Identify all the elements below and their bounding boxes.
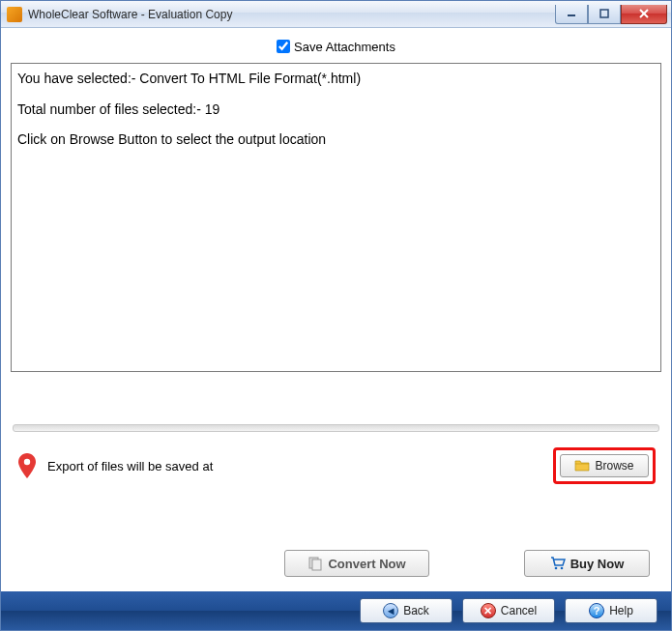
maximize-button[interactable] <box>588 5 621 24</box>
cart-icon <box>550 556 566 571</box>
app-window: WholeClear Software - Evaluation Copy Sa… <box>0 0 672 631</box>
svg-point-7 <box>554 567 557 570</box>
save-attachments-checkbox[interactable] <box>277 40 290 53</box>
minimize-icon <box>567 9 576 18</box>
divider-bar <box>13 424 659 432</box>
cancel-x-icon: ✕ <box>481 603 496 618</box>
convert-now-label: Convert Now <box>328 557 405 571</box>
info-line-instruction: Click on Browse Button to select the out… <box>17 130 655 150</box>
window-title: WholeClear Software - Evaluation Copy <box>28 8 555 21</box>
app-icon <box>7 7 22 22</box>
svg-rect-6 <box>312 559 321 570</box>
save-attachments-row: Save Attachments <box>11 36 661 57</box>
back-button[interactable]: ◄ Back <box>360 598 453 623</box>
folder-icon <box>574 458 590 473</box>
window-controls <box>555 5 667 24</box>
svg-rect-1 <box>600 10 608 17</box>
close-button[interactable] <box>621 5 667 24</box>
browse-button[interactable]: Browse <box>560 454 649 477</box>
location-pin-icon <box>16 452 38 479</box>
convert-now-button[interactable]: Convert Now <box>284 550 429 577</box>
cancel-button-label: Cancel <box>501 604 537 617</box>
footer-bar: ◄ Back ✕ Cancel ? Help <box>1 591 671 630</box>
save-attachments-label: Save Attachments <box>294 40 395 54</box>
close-icon <box>638 9 650 18</box>
back-button-label: Back <box>403 604 429 617</box>
browse-highlight: Browse <box>553 447 656 484</box>
titlebar: WholeClear Software - Evaluation Copy <box>1 1 671 28</box>
buy-now-button[interactable]: Buy Now <box>524 550 650 577</box>
buy-now-label: Buy Now <box>570 557 625 571</box>
help-button[interactable]: ? Help <box>565 598 657 623</box>
info-line-format: You have selected:- Convert To HTML File… <box>17 70 655 89</box>
convert-icon <box>307 556 323 571</box>
help-button-label: Help <box>609 604 633 617</box>
export-location-label: Export of files will be saved at <box>47 459 543 473</box>
info-line-count: Total number of files selected:- 19 <box>17 100 655 120</box>
cancel-button[interactable]: ✕ Cancel <box>462 598 555 623</box>
browse-button-label: Browse <box>595 459 633 473</box>
maximize-icon <box>599 9 609 18</box>
info-textbox: You have selected:- Convert To HTML File… <box>11 63 661 372</box>
export-row: Export of files will be saved at Browse <box>11 442 661 494</box>
content-area: Save Attachments You have selected:- Con… <box>1 28 671 591</box>
action-row: Convert Now Buy Now <box>11 494 661 587</box>
minimize-button[interactable] <box>555 5 588 24</box>
svg-point-4 <box>24 459 30 465</box>
back-arrow-icon: ◄ <box>383 603 398 618</box>
help-question-icon: ? <box>589 603 604 618</box>
svg-point-8 <box>560 567 563 570</box>
